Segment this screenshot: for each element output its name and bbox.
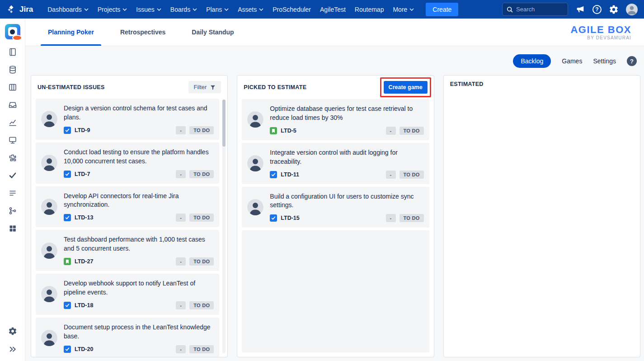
estimate-badge: - (176, 301, 186, 309)
search-input[interactable] (516, 6, 564, 13)
nav-item-projects[interactable]: Projects (93, 3, 132, 16)
assignee-avatar (41, 155, 57, 171)
issue-summary: Test dashboard performance with 1,000 te… (64, 235, 214, 253)
agile-box-app-icon[interactable] (5, 24, 20, 39)
issue-summary: Build a configuration UI for users to cu… (270, 192, 423, 210)
issue-type-icon (270, 171, 277, 178)
sidebar-tray-icon[interactable] (5, 100, 20, 110)
sidebar-chart-icon[interactable] (5, 117, 20, 128)
drop-area[interactable] (242, 230, 429, 352)
megaphone-icon (575, 5, 585, 14)
sidebar-board-icon[interactable] (5, 82, 20, 93)
view-nav-settings[interactable]: Settings (593, 57, 616, 65)
issue-summary: Develop webhook support to notify LeanTe… (64, 279, 214, 297)
issue-key: LTD-20 (75, 346, 93, 352)
person-icon (626, 4, 638, 15)
view-nav-games[interactable]: Games (562, 57, 582, 65)
issue-card[interactable]: Develop webhook support to notify LeanTe… (36, 274, 219, 315)
nav-item-proscheduler[interactable]: ProScheduler (268, 3, 315, 16)
issue-card[interactable]: Design a version control schema for test… (36, 99, 219, 140)
status-badge: TO DO (189, 301, 214, 309)
nav-item-plans[interactable]: Plans (202, 3, 233, 16)
estimate-badge: - (386, 171, 396, 179)
sidebar-check-icon[interactable] (5, 170, 20, 181)
issue-card[interactable]: Document setup process in the LeanTest k… (36, 318, 219, 357)
issue-key: LTD-15 (281, 215, 299, 221)
issue-summary: Conduct load testing to ensure the platf… (64, 148, 214, 166)
nav-item-issues[interactable]: Issues (132, 3, 165, 16)
settings-button[interactable] (609, 5, 619, 14)
estimation-board: UN-ESTIMATED ISSUES Filter Design a vers… (31, 75, 640, 357)
issue-summary: Design a version control schema for test… (64, 104, 214, 122)
assignee-avatar (247, 155, 263, 171)
panel-title: PICKED TO ESTIMATE (244, 84, 306, 90)
chevron-down-icon (122, 8, 127, 11)
sidebar-grid-icon[interactable] (5, 223, 20, 234)
issue-card[interactable]: Integrate version control with audit log… (242, 143, 429, 184)
issue-card[interactable]: Build a configuration UI for users to cu… (242, 187, 429, 228)
feedback-megaphone-button[interactable] (575, 5, 585, 14)
gear-icon (609, 5, 619, 14)
module-header: Planning Poker Retrospectives Daily Stan… (25, 19, 644, 46)
sidebar-settings-gear-icon[interactable] (5, 326, 20, 337)
estimate-badge: - (386, 127, 396, 135)
panel-unestimated-header: UN-ESTIMATED ISSUES Filter (31, 76, 227, 98)
issue-type-icon (64, 302, 71, 309)
issue-card[interactable]: Develop API connectors for real-time Jir… (36, 186, 219, 228)
question-mark-icon (592, 5, 602, 14)
issue-card[interactable]: Test dashboard performance with 1,000 te… (36, 230, 219, 271)
status-badge: TO DO (189, 170, 214, 178)
module-tabs: Planning Poker Retrospectives Daily Stan… (41, 19, 241, 46)
tab-planning-poker[interactable]: Planning Poker (41, 19, 101, 46)
sidebar-backlog-icon[interactable] (5, 188, 20, 199)
create-button[interactable]: Create (426, 3, 458, 16)
agile-box-subtitle: BY DEVSAMURAI (587, 35, 631, 40)
panel-picked-header: PICKED TO ESTIMATE Create game (237, 76, 433, 98)
chevron-down-icon (157, 8, 161, 11)
filter-button[interactable]: Filter (188, 81, 221, 93)
chevron-down-icon (84, 8, 89, 11)
sidebar-puzzle-icon[interactable] (5, 152, 20, 163)
create-game-button[interactable]: Create game (384, 81, 428, 94)
left-sidebar (0, 19, 25, 361)
nav-item-assets[interactable]: Assets (233, 3, 268, 16)
view-nav-backlog[interactable]: Backlog (513, 54, 551, 68)
nav-item-dashboards[interactable]: Dashboards (43, 3, 93, 16)
issue-key: LTD-11 (281, 171, 299, 178)
estimate-badge: - (176, 214, 186, 222)
scrollbar-track[interactable] (222, 100, 226, 353)
issue-card[interactable]: Optimize database queries for test case … (242, 99, 429, 140)
view-nav: Backlog Games Settings (31, 52, 640, 75)
nav-item-boards[interactable]: Boards (166, 3, 202, 16)
issue-type-icon (270, 214, 277, 222)
sidebar-database-icon[interactable] (5, 64, 20, 75)
user-avatar[interactable] (626, 4, 638, 15)
issue-card[interactable]: Conduct load testing to ensure the platf… (36, 142, 219, 184)
tab-daily-standup[interactable]: Daily Standup (184, 19, 241, 46)
chevron-down-icon (409, 8, 414, 11)
status-badge: TO DO (189, 345, 214, 353)
nav-item-agiletest[interactable]: AgileTest (315, 3, 350, 16)
nav-item-more[interactable]: More (388, 3, 418, 16)
scrollbar-thumb[interactable] (222, 100, 226, 147)
assignee-avatar (41, 330, 57, 346)
filter-funnel-icon (210, 84, 216, 90)
nav-item-routemap[interactable]: Routemap (350, 3, 389, 16)
sidebar-expand-icon[interactable] (5, 344, 20, 355)
tab-retrospectives[interactable]: Retrospectives (113, 19, 173, 46)
estimate-badge: - (176, 345, 186, 353)
agile-box-title: AGILE BOX (570, 24, 631, 36)
sidebar-tree-icon[interactable] (5, 205, 20, 216)
assignee-avatar (247, 111, 263, 128)
help-circle-icon[interactable] (627, 56, 637, 66)
search-icon (507, 6, 513, 13)
help-button[interactable] (592, 5, 602, 14)
issue-key: LTD-27 (75, 258, 93, 265)
issue-type-icon (64, 214, 71, 221)
status-badge: TO DO (189, 257, 214, 266)
sidebar-monitor-icon[interactable] (5, 135, 20, 146)
sidebar-icons (5, 47, 20, 234)
jira-logo[interactable]: Jira (6, 5, 33, 14)
search-box[interactable] (502, 3, 568, 16)
sidebar-pages-icon[interactable] (5, 47, 20, 57)
